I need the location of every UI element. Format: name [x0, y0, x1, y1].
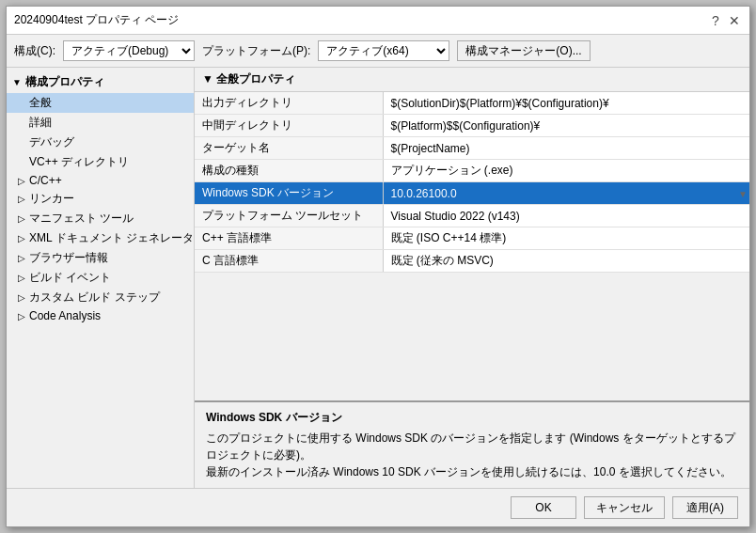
prop-value[interactable]: 10.0.26100.0▼: [383, 182, 749, 205]
platform-select[interactable]: アクティブ(x64): [318, 40, 449, 61]
tree-header: ▼ 構成プロパティ: [7, 71, 194, 93]
bottom-bar: OK キャンセル 適用(A): [7, 488, 749, 526]
props-header-label: ▼ 全般プロパティ: [202, 72, 295, 86]
left-panel: ▼ 構成プロパティ 全般詳細デバッグVC++ ディレクトリ▷C/C++▷リンカー…: [7, 68, 195, 488]
close-button[interactable]: ✕: [727, 13, 742, 28]
prop-name: Windows SDK バージョン: [195, 182, 383, 205]
properties-table: 出力ディレクトリ$(SolutionDir)$(Platform)¥$(Conf…: [195, 92, 749, 273]
prop-value: $(Platform)$$(Configuration)¥: [383, 115, 749, 137]
tree-collapse-icon: ▼: [12, 77, 22, 87]
tree-item[interactable]: ▷ビルド イベント: [7, 268, 194, 288]
platform-label: プラットフォーム(P):: [202, 43, 310, 59]
config-label: 構成(C):: [14, 43, 55, 59]
tree-item[interactable]: デバッグ: [7, 133, 194, 152]
prop-value: Visual Studio 2022 (v143): [383, 205, 749, 227]
prop-value: 既定 (従来の MSVC): [383, 250, 749, 273]
title-controls: ? ✕: [708, 13, 742, 28]
tree-header-label: 構成プロパティ: [25, 74, 104, 90]
tree-item[interactable]: ▷C/C++: [7, 172, 194, 189]
tree-item[interactable]: 詳細: [7, 113, 194, 133]
config-select[interactable]: アクティブ(Debug): [63, 40, 195, 61]
main-content: ▼ 構成プロパティ 全般詳細デバッグVC++ ディレクトリ▷C/C++▷リンカー…: [7, 68, 749, 488]
prop-name: ターゲット名: [195, 137, 383, 160]
prop-name: プラットフォーム ツールセット: [195, 205, 383, 227]
dropdown-arrow-icon[interactable]: ▼: [738, 188, 748, 198]
ok-button[interactable]: OK: [511, 496, 576, 519]
right-panel: ▼ 全般プロパティ 出力ディレクトリ$(SolutionDir)$(Platfo…: [195, 68, 749, 488]
cancel-button[interactable]: キャンセル: [584, 496, 665, 519]
tree-item[interactable]: VC++ ディレクトリ: [7, 152, 194, 172]
prop-value: 既定 (ISO C++14 標準): [383, 227, 749, 250]
help-button[interactable]: ?: [708, 13, 723, 28]
tree-item[interactable]: ▷マニフェスト ツール: [7, 209, 194, 228]
apply-button[interactable]: 適用(A): [672, 496, 738, 519]
prop-value: $(ProjectName): [383, 137, 749, 160]
property-dialog: 20240904test プロパティ ページ ? ✕ 構成(C): アクティブ(…: [6, 6, 750, 527]
tree-item[interactable]: ▷リンカー: [7, 189, 194, 209]
tree-item[interactable]: ▷ブラウザー情報: [7, 248, 194, 268]
tree-item[interactable]: ▷カスタム ビルド ステップ: [7, 288, 194, 307]
tree-container: 全般詳細デバッグVC++ ディレクトリ▷C/C++▷リンカー▷マニフェスト ツー…: [7, 93, 194, 324]
dialog-title: 20240904test プロパティ ページ: [14, 12, 179, 28]
prop-name: C++ 言語標準: [195, 227, 383, 250]
description-text: このプロジェクトに使用する Windows SDK のバージョンを指定します (…: [206, 430, 738, 480]
prop-name: 中間ディレクトリ: [195, 115, 383, 137]
props-table: 出力ディレクトリ$(SolutionDir)$(Platform)¥$(Conf…: [195, 92, 749, 400]
prop-value: アプリケーション (.exe): [383, 160, 749, 182]
description-panel: Windows SDK バージョン このプロジェクトに使用する Windows …: [195, 400, 749, 488]
prop-name: C 言語標準: [195, 250, 383, 273]
prop-name: 構成の種類: [195, 160, 383, 182]
tree-item[interactable]: ▷Code Analysis: [7, 307, 194, 324]
tree-item[interactable]: 全般: [7, 93, 194, 113]
toolbar: 構成(C): アクティブ(Debug) プラットフォーム(P): アクティブ(x…: [7, 35, 749, 68]
title-bar: 20240904test プロパティ ページ ? ✕: [7, 7, 749, 35]
prop-value: $(SolutionDir)$(Platform)¥$(Configuratio…: [383, 92, 749, 115]
props-header: ▼ 全般プロパティ: [195, 68, 749, 92]
prop-name: 出力ディレクトリ: [195, 92, 383, 115]
tree-item[interactable]: ▷XML ドキュメント ジェネレーター: [7, 228, 194, 248]
config-manager-button[interactable]: 構成マネージャー(O)...: [457, 40, 590, 61]
description-title: Windows SDK バージョン: [206, 410, 738, 426]
